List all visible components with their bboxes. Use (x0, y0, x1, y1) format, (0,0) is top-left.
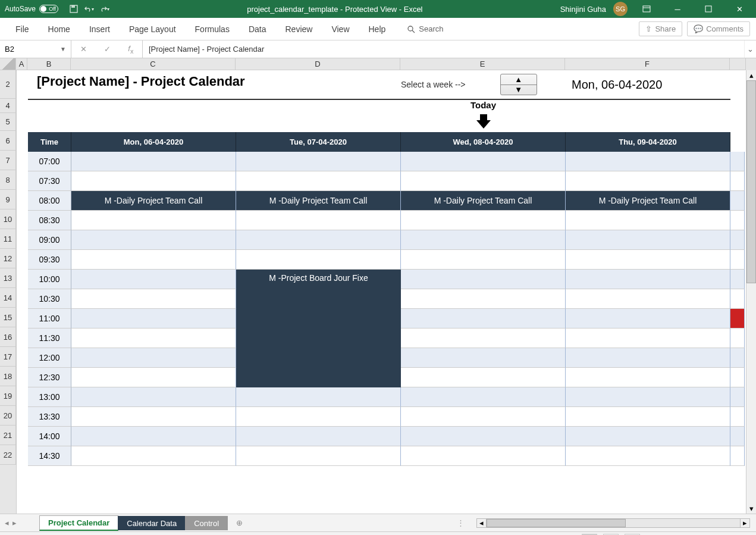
vertical-scrollbar[interactable]: ▴ ▾ (746, 70, 756, 514)
calendar-cell[interactable] (566, 427, 730, 446)
calendar-cell[interactable] (71, 171, 236, 191)
calendar-cell[interactable] (71, 427, 236, 446)
calendar-cell[interactable] (401, 211, 566, 230)
calendar-cell[interactable] (236, 152, 401, 171)
calendar-cell[interactable] (401, 368, 566, 387)
calendar-cell[interactable] (401, 289, 566, 309)
horizontal-scrollbar[interactable]: ◂ ▸ (476, 518, 750, 528)
row-header-4[interactable]: 4 (0, 99, 16, 113)
scroll-thumb[interactable] (746, 80, 756, 283)
calendar-cell[interactable] (71, 270, 236, 289)
calendar-cell[interactable] (71, 407, 236, 427)
comments-button[interactable]: 💬Comments (687, 21, 750, 36)
red-marker-cell[interactable] (730, 309, 745, 328)
tab-file[interactable]: File (6, 20, 39, 39)
row-header-14[interactable]: 14 (0, 288, 16, 308)
calendar-cell[interactable] (566, 328, 730, 348)
tab-view[interactable]: View (322, 20, 359, 39)
row-header-22[interactable]: 22 (0, 445, 16, 465)
calendar-cell[interactable] (730, 211, 745, 230)
calendar-cell[interactable] (71, 387, 236, 407)
row-header-17[interactable]: 17 (0, 347, 16, 367)
row-header-5[interactable]: 5 (0, 113, 16, 131)
calendar-cell[interactable] (236, 171, 401, 191)
spinner-up[interactable]: ▲ (501, 74, 537, 85)
tab-page-layout[interactable]: Page Layout (120, 20, 186, 39)
row-header-12[interactable]: 12 (0, 249, 16, 268)
calendar-cell[interactable] (71, 348, 236, 368)
scroll-up-icon[interactable]: ▴ (746, 70, 756, 80)
row-header-2[interactable]: 2 (0, 70, 16, 99)
calendar-cell[interactable] (730, 270, 745, 289)
calendar-cell[interactable] (401, 152, 566, 171)
new-sheet-button[interactable]: ⊕ (232, 516, 246, 530)
calendar-cell[interactable] (566, 152, 730, 171)
calendar-cell[interactable] (236, 446, 401, 466)
user-avatar[interactable]: SG (613, 2, 628, 16)
calendar-cell[interactable] (566, 309, 730, 328)
spinner-down[interactable]: ▼ (501, 85, 537, 95)
scroll-left-icon[interactable]: ◂ (477, 519, 487, 527)
sheet-tab-calendar-data[interactable]: Calendar Data (118, 516, 186, 530)
ribbon-display-icon[interactable] (635, 0, 658, 18)
row-header-15[interactable]: 15 (0, 308, 16, 327)
calendar-cell[interactable] (71, 211, 236, 230)
calendar-cell[interactable] (71, 368, 236, 387)
row-header-9[interactable]: 9 (0, 190, 16, 209)
col-header-b[interactable]: B (27, 58, 71, 70)
calendar-cell[interactable] (566, 407, 730, 427)
col-header-f[interactable]: F (565, 58, 730, 70)
calendar-cell[interactable] (566, 387, 730, 407)
calendar-cell[interactable] (236, 427, 401, 446)
worksheet[interactable]: [Project Name] - Project Calendar Select… (17, 70, 756, 514)
tab-formulas[interactable]: Formulas (186, 20, 239, 39)
calendar-cell[interactable] (401, 250, 566, 270)
row-header-21[interactable]: 21 (0, 426, 16, 445)
event-daily-call[interactable]: M -Daily Project Team Call (566, 191, 730, 211)
calendar-cell[interactable] (730, 250, 745, 270)
row-header-13[interactable]: 13 (0, 268, 16, 288)
tab-home[interactable]: Home (39, 20, 80, 39)
tab-data[interactable]: Data (239, 20, 276, 39)
tab-insert[interactable]: Insert (80, 20, 120, 39)
calendar-cell[interactable] (401, 270, 566, 289)
scroll-right-icon[interactable]: ▸ (740, 519, 749, 527)
expand-formula-icon[interactable]: ⌄ (744, 40, 756, 58)
calendar-cell[interactable] (730, 368, 745, 387)
calendar-cell[interactable] (730, 152, 745, 171)
redo-icon[interactable]: ▾ (100, 4, 109, 14)
calendar-cell[interactable] (71, 446, 236, 466)
col-header-a[interactable]: A (16, 58, 27, 70)
calendar-cell[interactable] (730, 289, 745, 309)
col-header-c[interactable]: C (71, 58, 236, 70)
calendar-cell[interactable] (730, 230, 745, 250)
row-header-16[interactable]: 16 (0, 327, 16, 347)
calendar-cell[interactable] (566, 446, 730, 466)
calendar-cell[interactable] (71, 152, 236, 171)
calendar-cell[interactable] (71, 230, 236, 250)
formula-input[interactable]: [Project Name] - Project Calendar (143, 40, 744, 58)
hscroll-thumb[interactable] (487, 519, 626, 527)
minimize-button[interactable]: ─ (666, 0, 689, 18)
name-box[interactable]: B2▼ (0, 40, 71, 58)
calendar-cell[interactable] (236, 387, 401, 407)
calendar-cell[interactable] (71, 250, 236, 270)
calendar-cell[interactable] (71, 309, 236, 328)
calendar-cell[interactable] (236, 250, 401, 270)
search-box[interactable]: Search (407, 24, 443, 33)
calendar-cell[interactable] (401, 427, 566, 446)
row-header-10[interactable]: 10 (0, 209, 16, 229)
row-header-8[interactable]: 8 (0, 170, 16, 190)
calendar-cell[interactable] (566, 230, 730, 250)
undo-icon[interactable]: ▾ (84, 4, 94, 14)
row-header-11[interactable]: 11 (0, 229, 16, 249)
enter-icon[interactable]: ✓ (104, 45, 111, 54)
calendar-cell[interactable] (566, 368, 730, 387)
calendar-cell[interactable] (566, 348, 730, 368)
tab-review[interactable]: Review (276, 20, 322, 39)
calendar-cell[interactable] (236, 211, 401, 230)
calendar-cell[interactable] (566, 211, 730, 230)
calendar-cell[interactable] (401, 230, 566, 250)
tab-next-icon[interactable]: ▸ (12, 518, 17, 527)
tab-prev-icon[interactable]: ◂ (5, 518, 9, 527)
